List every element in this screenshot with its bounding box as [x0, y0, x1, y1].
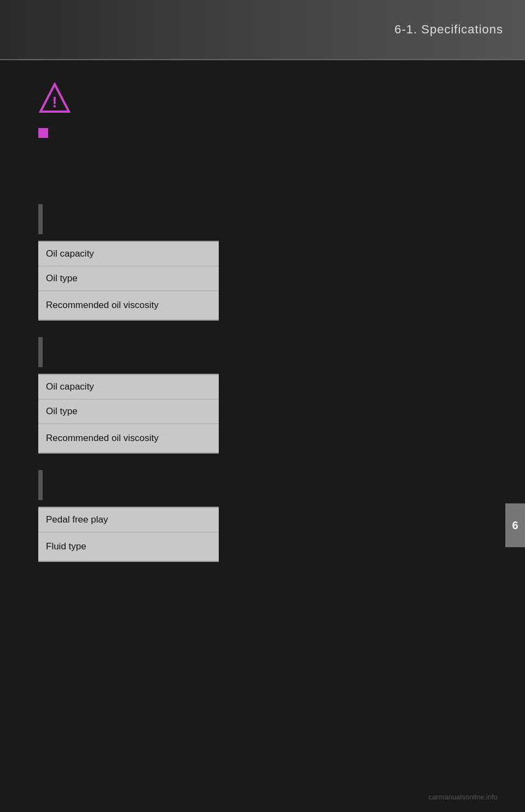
table-1: Oil capacity Oil type Recommended oil vi…	[38, 241, 219, 321]
header-title: 6-1. Specifications	[394, 22, 503, 37]
table-3: Pedal free play Fluid type	[38, 507, 219, 562]
warning-section: !	[38, 82, 478, 115]
warning-icon: !	[38, 82, 71, 115]
table-row: Oil type	[38, 266, 219, 291]
table-cell-oil-capacity-2: Oil capacity	[38, 374, 219, 399]
section-indicator-3	[38, 470, 478, 500]
table-cell-fluid-type: Fluid type	[38, 532, 219, 562]
table-row: Recommended oil viscosity	[38, 291, 219, 321]
body-text-2	[38, 162, 478, 174]
table-row: Oil capacity	[38, 374, 219, 399]
section-indicator-1	[38, 204, 478, 234]
side-tab: 6	[505, 503, 525, 547]
header-bar: 6-1. Specifications	[0, 0, 525, 60]
bullet-section	[38, 126, 478, 138]
svg-text:!: !	[52, 94, 57, 111]
content-area: ! Oil capacity Oil type Recommended oil …	[0, 60, 505, 768]
table-row: Oil capacity	[38, 241, 219, 266]
table-row: Fluid type	[38, 532, 219, 562]
table-cell-oil-capacity-1: Oil capacity	[38, 241, 219, 266]
left-bar-3	[38, 470, 43, 500]
table-cell-pedal-free-play: Pedal free play	[38, 507, 219, 532]
pink-bullet	[38, 128, 48, 138]
table-row: Pedal free play	[38, 507, 219, 532]
footer-watermark: carmanualsonline.info	[429, 793, 498, 801]
body-text-3	[38, 181, 478, 193]
body-text-1	[38, 142, 478, 154]
table-cell-oil-viscosity-2: Recommended oil viscosity	[38, 424, 219, 454]
table-cell-oil-type-2: Oil type	[38, 399, 219, 424]
side-tab-label: 6	[512, 519, 518, 532]
table-cell-oil-viscosity-1: Recommended oil viscosity	[38, 291, 219, 321]
table-row: Oil type	[38, 399, 219, 424]
section-indicator-2	[38, 337, 478, 367]
left-bar-1	[38, 204, 43, 234]
table-2: Oil capacity Oil type Recommended oil vi…	[38, 374, 219, 454]
left-bar-2	[38, 337, 43, 367]
table-cell-oil-type-1: Oil type	[38, 266, 219, 291]
table-row: Recommended oil viscosity	[38, 424, 219, 454]
watermark-text: carmanualsonline.info	[429, 793, 498, 801]
